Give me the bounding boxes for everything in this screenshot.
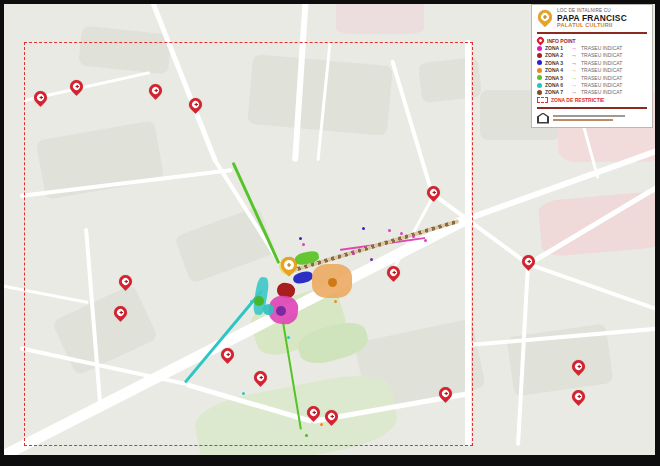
arrow-icon: → <box>570 45 578 51</box>
pin-inner-circle <box>189 98 200 109</box>
zone-color-dot <box>537 90 542 95</box>
pin-cross-icon <box>258 375 262 379</box>
pin-cross-icon <box>576 394 580 398</box>
zone-label: ZONA 1 <box>545 45 567 51</box>
pin-inner-circle <box>307 406 318 417</box>
road-line <box>527 262 655 314</box>
pin-cross-icon <box>443 391 447 395</box>
legend-item-zone-1: ZONA 1→TRASEU INDICAT <box>537 44 647 51</box>
pin-inner-circle <box>281 257 296 272</box>
organizer-logo-icon <box>537 113 549 124</box>
pin-inner-circle <box>70 80 81 91</box>
route-label: TRASEU INDICAT <box>581 82 622 88</box>
legend-title: LOC DE INTALNIRE CU PAPA FRANCISC PALATU… <box>557 9 627 28</box>
route-label: TRASEU INDICAT <box>581 60 622 66</box>
pin-inner-circle <box>427 186 438 197</box>
zone-color-dot <box>537 53 542 58</box>
pin-inner-circle <box>149 84 160 95</box>
legend-header: LOC DE INTALNIRE CU PAPA FRANCISC PALATU… <box>537 9 647 29</box>
zone-label: ZONA 7 <box>545 89 567 95</box>
legend-item-zone-4: ZONA 4→TRASEU INDICAT <box>537 67 647 74</box>
arrow-icon: → <box>570 67 578 73</box>
pin-cross-icon <box>431 190 435 194</box>
arrow-icon: → <box>570 75 578 81</box>
zone-color-dot <box>537 83 542 88</box>
pin-cross-icon <box>576 364 580 368</box>
pin-cross-icon <box>123 279 127 283</box>
legend-panel: LOC DE INTALNIRE CU PAPA FRANCISC PALATU… <box>531 4 653 128</box>
legend-item-zone-3: ZONA 3→TRASEU INDICAT <box>537 59 647 66</box>
legend-item-zone-7: ZONA 7→TRASEU INDICAT <box>537 89 647 96</box>
legend-title-line3: PALATUL CULTURII <box>557 23 627 29</box>
pin-cross-icon <box>118 310 122 314</box>
zone-label: ZONA 3 <box>545 60 567 66</box>
legend-separator <box>537 32 647 34</box>
legend-footer-fineprint <box>553 114 647 123</box>
map-poster: LOC DE INTALNIRE CU PAPA FRANCISC PALATU… <box>0 0 660 466</box>
route-label: TRASEU INDICAT <box>581 89 622 95</box>
legend-item-info-point: INFO POINT <box>537 37 647 44</box>
fineprint-line <box>553 115 625 117</box>
pin-cross-icon <box>225 352 229 356</box>
legend-item-zone-5: ZONA 5→TRASEU INDICAT <box>537 74 647 81</box>
pin-inner-circle <box>119 275 130 286</box>
restriction-label: ZONA DE RESTRICTIE <box>551 97 604 103</box>
pin-inner-circle <box>572 390 583 401</box>
zone-color-dot <box>537 46 542 51</box>
fineprint-line <box>553 119 613 121</box>
arrow-icon: → <box>570 60 578 66</box>
zone-color-dot <box>537 68 542 73</box>
pin-cross-icon <box>153 88 157 92</box>
pin-inner-circle <box>254 371 265 382</box>
zone-label: ZONA 2 <box>545 52 567 58</box>
pin-inner-circle <box>572 360 583 371</box>
legend-item-label: INFO POINT <box>547 38 576 44</box>
gold-pin-icon <box>535 7 555 27</box>
zone-color-dot <box>537 60 542 65</box>
route-label: TRASEU INDICAT <box>581 75 622 81</box>
legend-item-restriction: ZONA DE RESTRICTIE <box>537 96 647 103</box>
route-label: TRASEU INDICAT <box>581 67 622 73</box>
district-pink <box>336 4 424 34</box>
pin-inner-circle <box>34 91 45 102</box>
pin-inner-circle <box>387 266 398 277</box>
pin-cross-icon <box>311 410 315 414</box>
map-pin <box>569 387 587 405</box>
arrow-icon: → <box>570 89 578 95</box>
pin-cross-icon <box>526 259 530 263</box>
pin-inner-circle <box>114 306 125 317</box>
legend-item-zone-2: ZONA 2→TRASEU INDICAT <box>537 52 647 59</box>
route-label: TRASEU INDICAT <box>581 45 622 51</box>
pin-cross-icon <box>38 95 42 99</box>
arrow-icon: → <box>570 82 578 88</box>
zone-label: ZONA 5 <box>545 75 567 81</box>
zone-label: ZONA 6 <box>545 82 567 88</box>
pin-cross-icon <box>287 263 291 267</box>
arrow-icon: → <box>570 52 578 58</box>
restriction-zone-border <box>24 42 473 446</box>
pin-inner-circle <box>439 387 450 398</box>
pin-cross-icon <box>193 102 197 106</box>
pin-inner-circle <box>221 348 232 359</box>
pin-cross-icon <box>329 414 333 418</box>
pin-cross-icon <box>74 84 78 88</box>
zone-label: ZONA 4 <box>545 67 567 73</box>
pin-inner-circle <box>522 255 533 266</box>
legend-separator <box>537 107 647 109</box>
legend-item-zone-6: ZONA 6→TRASEU INDICAT <box>537 81 647 88</box>
legend-footer <box>537 112 647 124</box>
meeting-point-pin-icon <box>537 9 553 29</box>
pin-cross-icon <box>391 270 395 274</box>
zone-color-dot <box>537 75 542 80</box>
pin-inner-circle <box>325 410 336 421</box>
legend-items: INFO POINTZONA 1→TRASEU INDICATZONA 2→TR… <box>537 37 647 104</box>
route-label: TRASEU INDICAT <box>581 52 622 58</box>
dashed-zone-icon <box>537 97 548 103</box>
